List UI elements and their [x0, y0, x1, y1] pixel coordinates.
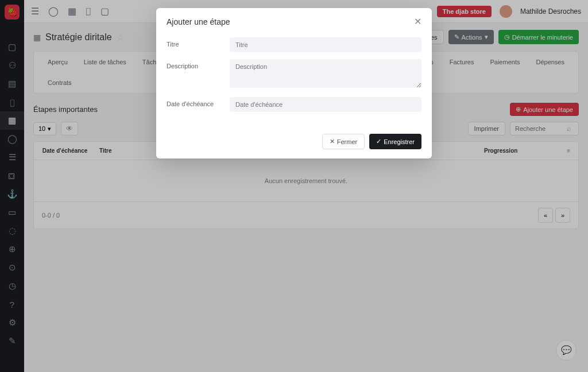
label-title: Titre: [167, 37, 230, 52]
input-due[interactable]: [230, 97, 421, 112]
modal-close-button[interactable]: ✕: [414, 16, 421, 27]
modal-title: Ajouter une étape: [167, 17, 230, 26]
input-description[interactable]: [230, 59, 421, 88]
modal-cancel-label: Fermer: [337, 138, 357, 145]
modal-cancel-button[interactable]: ✕ Fermer: [322, 134, 365, 149]
modal-body: Titre Description Date d'échéance: [156, 35, 432, 127]
label-due: Date d'échéance: [167, 97, 230, 112]
input-title[interactable]: [230, 37, 421, 52]
modal-foot: ✕ Fermer ✓ Enregistrer: [156, 127, 432, 158]
modal: Ajouter une étape ✕ Titre Description Da…: [156, 8, 432, 158]
modal-head: Ajouter une étape ✕: [156, 8, 432, 35]
modal-save-label: Enregistrer: [384, 138, 415, 145]
label-description: Description: [167, 59, 230, 90]
modal-save-button[interactable]: ✓ Enregistrer: [369, 134, 421, 149]
